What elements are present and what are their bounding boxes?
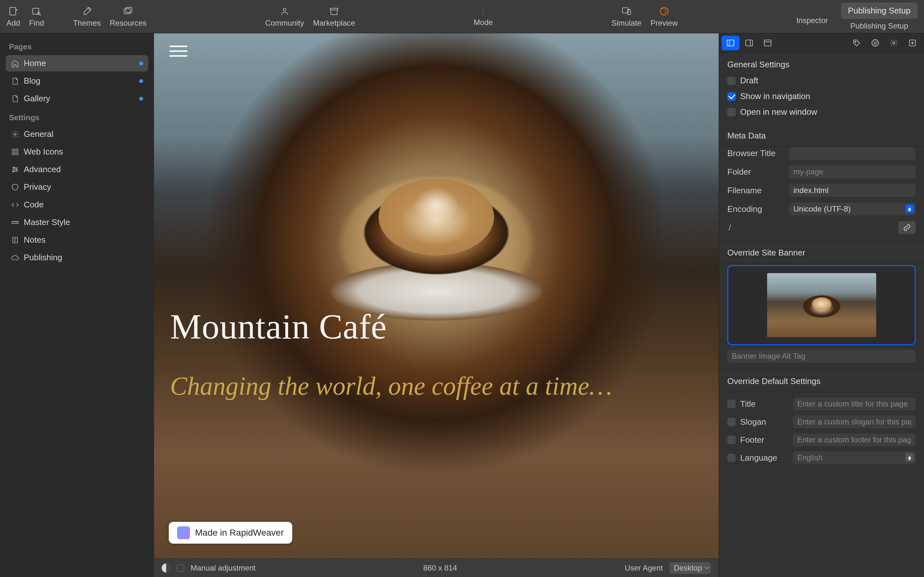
svg-rect-3 (124, 9, 130, 14)
copy-link-button[interactable] (898, 221, 916, 234)
sliders-icon (11, 165, 19, 174)
community-button[interactable]: Community (265, 6, 304, 27)
override-footer-input[interactable] (793, 434, 916, 446)
override-slogan-label: Slogan (740, 417, 788, 427)
tab-settings[interactable] (885, 35, 903, 50)
marketplace-label: Marketplace (313, 19, 355, 27)
sidebar-settings-webicons[interactable]: Web Icons (6, 143, 148, 160)
sidebar-settings-masterstyle[interactable]: Master Style (6, 214, 148, 230)
override-footer-label: Footer (740, 435, 788, 445)
override-slogan-checkbox[interactable] (727, 418, 736, 426)
note-icon (11, 236, 19, 244)
override-title-checkbox[interactable] (727, 400, 736, 408)
community-label: Community (265, 19, 304, 27)
made-in-badge[interactable]: Made in RapidWeaver (169, 522, 292, 544)
user-agent-select[interactable]: Desktop (669, 562, 711, 574)
settings-label: Privacy (24, 182, 51, 192)
svg-point-28 (893, 42, 895, 44)
page-label: Gallery (24, 93, 50, 103)
filename-input[interactable] (789, 184, 916, 197)
resources-button[interactable]: Resources (110, 6, 147, 27)
encoding-label: Encoding (727, 204, 784, 214)
tab-page-sidebar[interactable] (740, 35, 758, 50)
community-icon (279, 6, 290, 17)
file-icon (11, 95, 19, 103)
override-language-select[interactable]: English (793, 451, 916, 464)
add-button[interactable]: Add (6, 6, 20, 27)
sidebar-settings-code[interactable]: Code (6, 197, 148, 213)
settings-label: Publishing (24, 253, 62, 263)
tab-export[interactable] (903, 35, 921, 50)
sidebar-settings-notes[interactable]: Notes (6, 232, 148, 248)
draft-checkbox[interactable] (727, 77, 736, 85)
hero-background (154, 33, 719, 558)
override-title-input[interactable] (793, 398, 916, 410)
override-slogan-input[interactable] (793, 416, 916, 428)
language-value: English (797, 453, 822, 462)
unsaved-dot (139, 79, 143, 83)
banner-image-well[interactable] (727, 265, 916, 345)
svg-text:@: @ (873, 40, 877, 45)
preview-label: Preview (650, 19, 678, 27)
plus-file-icon (8, 6, 18, 17)
store-icon (329, 6, 339, 17)
sidebar-page-blog[interactable]: Blog (6, 73, 148, 89)
override-footer-checkbox[interactable] (727, 436, 736, 444)
show-in-nav-label: Show in navigation (740, 91, 810, 101)
preview-button[interactable]: Preview (650, 6, 678, 27)
override-banner-header: Override Site Banner (719, 241, 924, 263)
svg-rect-16 (16, 153, 18, 155)
browser-title-input[interactable] (789, 147, 916, 160)
banner-alt-input[interactable] (727, 350, 916, 363)
page-path: / (727, 223, 895, 233)
settings-label: General (24, 129, 53, 139)
svg-rect-13 (12, 149, 15, 151)
find-icon (31, 6, 42, 17)
page-preview[interactable]: Mountain Café Changing the world, one co… (154, 33, 719, 558)
show-in-nav-row[interactable]: Show in navigation (727, 91, 916, 101)
file-icon (11, 77, 19, 85)
svg-rect-4 (126, 7, 132, 13)
open-new-window-checkbox[interactable] (727, 108, 736, 116)
tab-seo[interactable]: @ (866, 35, 884, 50)
tab-page-header[interactable] (759, 35, 777, 50)
draft-row[interactable]: Draft (727, 76, 916, 85)
publishing-setup-label: Publishing Setup (850, 21, 908, 31)
svg-rect-0 (10, 7, 16, 15)
shield-icon (11, 183, 19, 191)
contrast-toggle-icon[interactable] (162, 564, 171, 572)
select-caret-icon (905, 205, 914, 213)
show-in-nav-checkbox[interactable] (727, 92, 736, 101)
tab-page-general[interactable] (722, 35, 740, 50)
svg-rect-23 (746, 40, 753, 46)
sidebar-page-home[interactable]: Home (6, 55, 148, 71)
override-defaults-header: Override Default Settings (719, 369, 924, 392)
themes-button[interactable]: Themes (73, 6, 101, 27)
manual-adjustment-checkbox[interactable] (177, 564, 184, 572)
folder-input[interactable] (789, 165, 916, 178)
hamburger-menu-icon[interactable] (170, 45, 187, 60)
encoding-select[interactable]: Unicode (UTF-8) (789, 203, 916, 215)
grid-icon (11, 148, 19, 156)
sidebar-settings-general[interactable]: General (6, 126, 148, 142)
gear-icon (11, 130, 19, 139)
sidebar-settings-publishing[interactable]: Publishing (6, 250, 148, 266)
marketplace-button[interactable]: Marketplace (313, 6, 355, 27)
page-label: Blog (24, 76, 40, 86)
svg-point-25 (855, 41, 856, 42)
open-new-window-row[interactable]: Open in new window (727, 107, 916, 117)
user-agent-value: Desktop (674, 564, 702, 572)
add-label: Add (6, 19, 20, 27)
select-caret-icon (905, 453, 914, 462)
publishing-setup-button[interactable]: Publishing Setup (841, 3, 918, 19)
sidebar-settings-privacy[interactable]: Privacy (6, 179, 148, 195)
unsaved-dot (139, 97, 143, 101)
svg-rect-24 (764, 40, 771, 46)
settings-label: Notes (24, 235, 45, 245)
tab-meta-tags[interactable] (848, 35, 866, 50)
find-button[interactable]: Find (29, 6, 44, 27)
simulate-button[interactable]: Simulate (612, 6, 641, 27)
override-language-checkbox[interactable] (727, 454, 736, 462)
sidebar-settings-advanced[interactable]: Advanced (6, 161, 148, 177)
sidebar-page-gallery[interactable]: Gallery (6, 90, 148, 107)
